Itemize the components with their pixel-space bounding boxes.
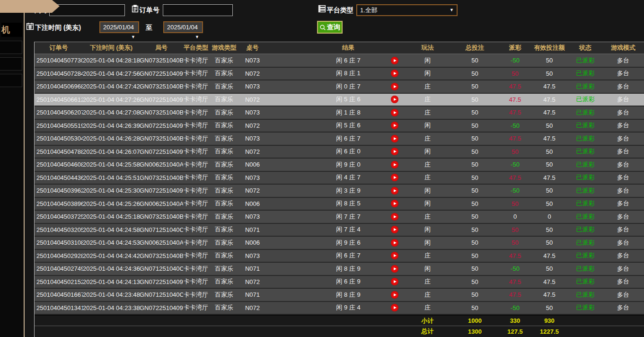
replay-play-icon[interactable] [391,109,398,116]
cell-play-type: 闲 [405,147,450,156]
cell-valid-bet: 47.5 [530,278,568,285]
replay-play-icon[interactable] [391,278,398,285]
sidebar-menu-item[interactable] [0,74,22,87]
cell-status: 已派彩 [568,303,602,312]
table-row[interactable]: 250104045077302 2025-01-04 04:28:18 GN07… [35,54,644,68]
cell-game-no: GN071251040CH [140,265,183,272]
replay-play-icon[interactable] [391,148,398,155]
bet-records-table: 订单号 下注时间 (美东) 局号 平台类型 游戏类型 桌号 结果 玩法 总投注 … [34,42,644,337]
table-row[interactable]: 250104045021526 2025-01-04 04:24:13 GN07… [35,276,644,289]
query-button[interactable]: 查询 [317,21,343,34]
cell-order-no: 250104045069688 [35,83,83,90]
table-row[interactable]: 250104045032056 2025-01-04 04:24:58 GN07… [35,224,644,237]
table-row[interactable]: 250104045039623 2025-01-04 04:25:30 GN07… [35,185,644,198]
cell-game-type: 百家乐 [209,160,239,169]
date-to-select[interactable]: 2025/01/04 ▼ [163,21,203,33]
table-row[interactable]: 250104045055190 2025-01-04 04:26:39 GN07… [35,120,644,133]
col-header-play-type: 玩法 [405,44,450,52]
cell-replay [384,304,405,311]
replay-play-icon[interactable] [391,200,398,207]
replay-play-icon[interactable] [391,122,398,129]
cell-payout: 50 [500,239,530,246]
replay-play-icon[interactable] [391,161,398,168]
cell-status: 已派彩 [568,213,602,221]
cell-bet-time: 2025-01-04 04:24:58 [83,226,140,233]
table-row[interactable]: 250104045031089 2025-01-04 04:24:53 GN00… [35,237,644,250]
cell-total-bet: 50 [450,161,500,168]
platform-type-select[interactable]: 1.全部 ▼ [356,4,458,16]
cell-result: 闲 4 庄 7 [265,173,384,182]
cell-game-mode: 多台 [602,108,644,117]
cell-game-no: GN006251040AJ [140,161,183,168]
replay-play-icon[interactable] [391,239,398,247]
cell-total-bet: 50 [450,278,500,285]
replay-play-icon[interactable] [391,213,398,221]
cell-payout: 47.5 [500,252,530,259]
cell-replay [384,187,405,195]
cell-game-no: GN07225104099 [140,304,183,311]
date-to-value: 2025/01/04 [167,24,198,31]
cell-total-bet: 50 [450,109,500,116]
replay-play-icon[interactable] [391,187,398,195]
replay-play-icon[interactable] [391,57,398,64]
replay-play-icon[interactable] [391,96,398,103]
replay-play-icon[interactable] [391,70,398,77]
table-row[interactable]: 250104045037255 2025-01-04 04:25:18 GN07… [35,211,644,224]
replay-play-icon[interactable] [391,83,398,90]
cell-payout: 50 [500,226,530,233]
cell-bet-time: 2025-01-04 04:28:18 [83,57,140,64]
cell-result: 闲 8 庄 9 [265,265,384,273]
table-row[interactable]: 250104045062075 2025-01-04 04:27:08 GN07… [35,106,644,120]
table-row[interactable]: 250104045027493 2025-01-04 04:24:36 GN07… [35,263,644,276]
cell-order-no: 250104045016675 [35,291,83,298]
table-row[interactable]: 250104045046083 2025-01-04 04:25:58 GN00… [35,159,644,172]
replay-play-icon[interactable] [391,304,398,311]
cell-play-type: 庄 [405,213,450,221]
sidebar: 机 [0,0,25,337]
cell-platform: 卡卡湾厅 [183,277,209,286]
table-row[interactable]: 250104045053047 2025-01-04 04:26:28 GN07… [35,133,644,146]
table-row[interactable]: 250104045013414 2025-01-04 04:23:38 GN07… [35,302,644,315]
cell-game-type: 百家乐 [209,291,239,299]
table-row[interactable]: 250104045038968 2025-01-04 04:25:26 GN00… [35,198,644,211]
order-no-input[interactable] [163,4,233,16]
cell-valid-bet: 50 [530,200,568,207]
query-button-label: 查询 [327,23,340,32]
cell-total-bet: 50 [450,135,500,142]
cell-status: 已派彩 [568,199,602,208]
replay-play-icon[interactable] [391,135,398,142]
cell-bet-time: 2025-01-04 04:23:38 [83,304,140,311]
table-row[interactable]: 250104045016675 2025-01-04 04:23:48 GN07… [35,289,644,302]
sidebar-item-partial[interactable]: 机 [1,23,22,37]
cell-order-no: 250104045077302 [35,57,83,64]
cell-result: 闲 9 庄 0 [265,160,384,169]
replay-play-icon[interactable] [391,265,398,273]
cell-table-no: N072 [239,304,265,311]
cell-play-type: 庄 [405,277,450,286]
table-row[interactable]: 250104045072844 2025-01-04 04:27:56 GN07… [35,68,644,81]
game-no-input[interactable] [49,4,125,16]
replay-play-icon[interactable] [391,174,398,181]
sidebar-menu-item[interactable] [0,41,22,54]
table-row[interactable]: 250104045047888 2025-01-04 04:26:07 GN07… [35,146,644,159]
table-row[interactable]: 250104045066121 2025-01-04 04:27:26 GN07… [35,94,644,107]
cell-game-mode: 多台 [602,225,644,234]
table-row[interactable]: 250104045069688 2025-01-04 04:27:42 GN07… [35,80,644,94]
cell-bet-time: 2025-01-04 04:26:28 [83,135,140,142]
col-header-payout: 派彩 [500,44,530,52]
sidebar-menu-item[interactable] [0,57,22,71]
col-header-valid-bet: 有效投注额 [530,44,568,52]
cell-valid-bet: 47.5 [530,96,568,103]
cell-valid-bet: 50 [530,57,568,64]
cell-valid-bet: 50 [530,187,568,194]
replay-play-icon[interactable] [391,252,398,259]
cell-order-no: 250104045072844 [35,70,83,77]
replay-play-icon[interactable] [391,291,398,299]
cell-bet-time: 2025-01-04 04:27:08 [83,109,140,116]
table-row[interactable]: 250104045044369 2025-01-04 04:25:51 GN07… [35,172,644,185]
cell-platform: 卡卡湾厅 [183,121,209,130]
table-row[interactable]: 250104045029282 2025-01-04 04:24:42 GN07… [35,250,644,263]
cell-total-bet: 50 [450,304,500,311]
replay-play-icon[interactable] [391,226,398,233]
date-from-select[interactable]: 2025/01/04 ▼ [99,21,139,33]
